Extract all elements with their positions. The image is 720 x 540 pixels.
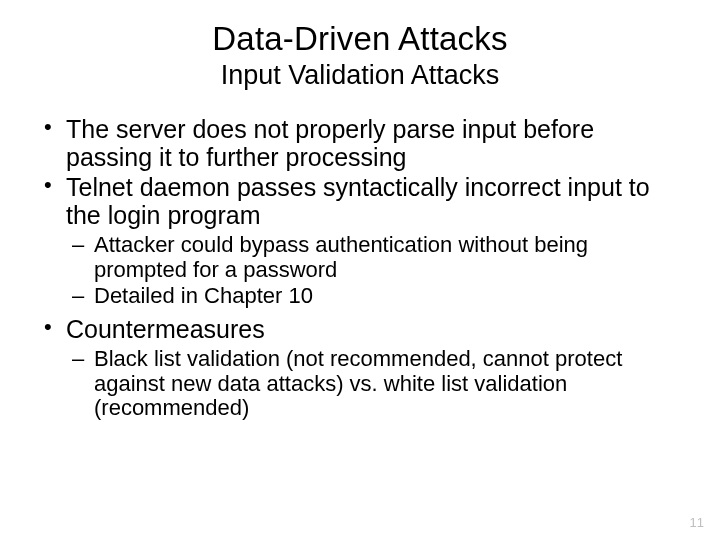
- sub-bullet-item: Detailed in Chapter 10: [66, 284, 682, 309]
- slide-subtitle: Input Validation Attacks: [38, 60, 682, 91]
- body-text: The server does not properly parse input…: [38, 115, 682, 421]
- bullet-item: The server does not properly parse input…: [38, 115, 682, 171]
- sub-bullet-list: Attacker could bypass authentication wit…: [66, 233, 682, 309]
- bullet-text: Telnet daemon passes syntactically incor…: [66, 173, 650, 229]
- bullet-text: The server does not properly parse input…: [66, 115, 594, 171]
- sub-bullet-text: Attacker could bypass authentication wit…: [94, 232, 588, 282]
- sub-bullet-list: Black list validation (not recommended, …: [66, 347, 682, 421]
- page-number: 11: [690, 515, 704, 530]
- bullet-item: Telnet daemon passes syntactically incor…: [38, 173, 682, 309]
- bullet-item: Countermeasures Black list validation (n…: [38, 315, 682, 421]
- sub-bullet-item: Black list validation (not recommended, …: [66, 347, 682, 421]
- slide-title: Data-Driven Attacks: [38, 20, 682, 58]
- bullet-list: The server does not properly parse input…: [38, 115, 682, 421]
- sub-bullet-text: Detailed in Chapter 10: [94, 283, 313, 308]
- sub-bullet-item: Attacker could bypass authentication wit…: [66, 233, 682, 282]
- sub-bullet-text: Black list validation (not recommended, …: [94, 346, 622, 420]
- bullet-text: Countermeasures: [66, 315, 265, 343]
- slide-content: Data-Driven Attacks Input Validation Att…: [0, 0, 720, 421]
